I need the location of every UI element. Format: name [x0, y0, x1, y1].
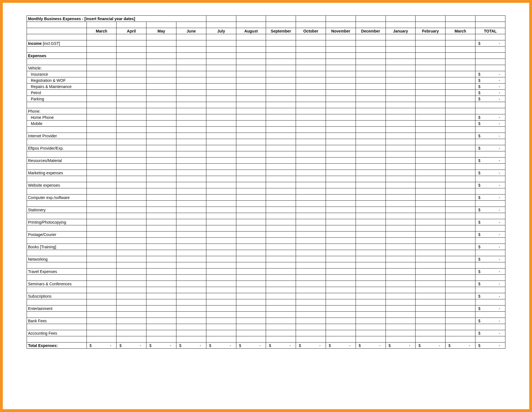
- month-cell[interactable]: [266, 232, 296, 238]
- month-cell[interactable]: [146, 121, 176, 127]
- month-cell[interactable]: [116, 269, 146, 275]
- month-cell[interactable]: [326, 207, 356, 213]
- month-cell[interactable]: [206, 77, 236, 84]
- month-cell[interactable]: [386, 133, 416, 139]
- month-cell[interactable]: [146, 219, 176, 225]
- month-cell[interactable]: [386, 269, 416, 275]
- month-cell[interactable]: [356, 40, 386, 47]
- month-cell[interactable]: [296, 84, 326, 90]
- month-cell[interactable]: [87, 281, 116, 287]
- month-cell[interactable]: [266, 244, 296, 250]
- month-cell[interactable]: [236, 219, 266, 225]
- month-cell[interactable]: [386, 318, 416, 324]
- month-cell[interactable]: [445, 318, 475, 324]
- month-cell[interactable]: [296, 256, 326, 262]
- month-cell[interactable]: [266, 269, 296, 275]
- month-cell[interactable]: [296, 195, 326, 201]
- month-cell[interactable]: [356, 195, 386, 201]
- month-cell[interactable]: [445, 195, 475, 201]
- month-cell[interactable]: [116, 90, 146, 96]
- month-cell[interactable]: [416, 84, 445, 90]
- month-cell[interactable]: [386, 256, 416, 262]
- month-cell[interactable]: [206, 330, 236, 336]
- month-cell[interactable]: [236, 293, 266, 299]
- month-cell[interactable]: [87, 244, 116, 250]
- month-cell[interactable]: [236, 96, 266, 102]
- month-cell[interactable]: [87, 133, 116, 139]
- month-cell[interactable]: [386, 114, 416, 121]
- month-cell[interactable]: [356, 232, 386, 238]
- month-cell[interactable]: [206, 269, 236, 275]
- month-cell[interactable]: [326, 318, 356, 324]
- month-cell[interactable]: [146, 71, 176, 77]
- month-cell[interactable]: [146, 318, 176, 324]
- month-cell[interactable]: [386, 96, 416, 102]
- month-cell[interactable]: [416, 219, 445, 225]
- month-cell[interactable]: [146, 90, 176, 96]
- month-cell[interactable]: [266, 121, 296, 127]
- month-cell[interactable]: [87, 219, 116, 225]
- month-cell[interactable]: [386, 195, 416, 201]
- month-cell[interactable]: [146, 133, 176, 139]
- month-cell[interactable]: [386, 77, 416, 84]
- month-cell[interactable]: [146, 182, 176, 188]
- month-cell[interactable]: [356, 244, 386, 250]
- month-cell[interactable]: [445, 84, 475, 90]
- month-cell[interactable]: [445, 90, 475, 96]
- month-cell[interactable]: [356, 207, 386, 213]
- month-cell[interactable]: [356, 330, 386, 336]
- month-cell[interactable]: [176, 305, 206, 312]
- month-cell[interactable]: [356, 90, 386, 96]
- month-cell[interactable]: [356, 281, 386, 287]
- month-cell[interactable]: [87, 77, 116, 84]
- month-cell[interactable]: [326, 281, 356, 287]
- month-cell[interactable]: [266, 330, 296, 336]
- month-cell[interactable]: [326, 293, 356, 299]
- month-cell[interactable]: [386, 170, 416, 176]
- month-cell[interactable]: [266, 219, 296, 225]
- month-cell[interactable]: [356, 77, 386, 84]
- month-cell[interactable]: [386, 145, 416, 151]
- month-cell[interactable]: [116, 133, 146, 139]
- month-cell[interactable]: [416, 269, 445, 275]
- month-cell[interactable]: [146, 244, 176, 250]
- month-cell[interactable]: [206, 318, 236, 324]
- month-cell[interactable]: [326, 121, 356, 127]
- month-cell[interactable]: [206, 207, 236, 213]
- month-cell[interactable]: [266, 195, 296, 201]
- month-cell[interactable]: [416, 182, 445, 188]
- month-cell[interactable]: [326, 195, 356, 201]
- month-cell[interactable]: [236, 121, 266, 127]
- month-cell[interactable]: [266, 256, 296, 262]
- month-cell[interactable]: [296, 182, 326, 188]
- month-cell[interactable]: [296, 207, 326, 213]
- month-cell[interactable]: [236, 71, 266, 77]
- month-cell[interactable]: [206, 219, 236, 225]
- month-cell[interactable]: [236, 133, 266, 139]
- month-cell[interactable]: [326, 256, 356, 262]
- month-cell[interactable]: [326, 84, 356, 90]
- month-cell[interactable]: [326, 158, 356, 164]
- month-cell[interactable]: [146, 158, 176, 164]
- month-cell[interactable]: [416, 244, 445, 250]
- month-cell[interactable]: [296, 133, 326, 139]
- month-cell[interactable]: [206, 281, 236, 287]
- month-cell[interactable]: [87, 96, 116, 102]
- month-cell[interactable]: [206, 244, 236, 250]
- month-cell[interactable]: [176, 158, 206, 164]
- month-cell[interactable]: [416, 305, 445, 312]
- month-cell[interactable]: [296, 90, 326, 96]
- month-cell[interactable]: [266, 281, 296, 287]
- month-cell[interactable]: [87, 256, 116, 262]
- month-cell[interactable]: [116, 121, 146, 127]
- month-cell[interactable]: [416, 281, 445, 287]
- month-cell[interactable]: [206, 145, 236, 151]
- month-cell[interactable]: [416, 293, 445, 299]
- month-cell[interactable]: [326, 330, 356, 336]
- month-cell[interactable]: [356, 84, 386, 90]
- month-cell[interactable]: [416, 133, 445, 139]
- month-cell[interactable]: [416, 145, 445, 151]
- month-cell[interactable]: [266, 40, 296, 47]
- month-cell[interactable]: [386, 40, 416, 47]
- month-cell[interactable]: [416, 232, 445, 238]
